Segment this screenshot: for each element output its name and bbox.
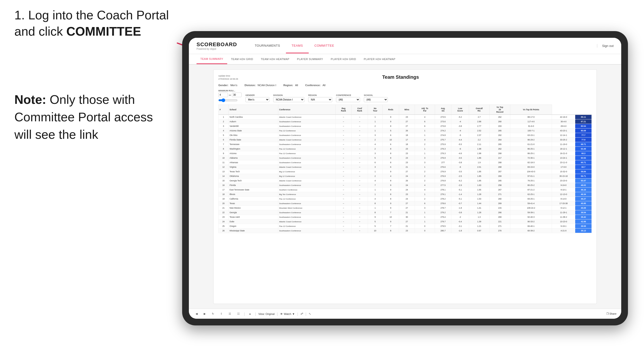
col-wins: Wins — [399, 105, 415, 115]
col-rnds: Rnds — [382, 105, 399, 115]
col-conference: Conference — [278, 105, 335, 115]
table-row: 3 Vanderbilt Southeastern Conference – –… — [218, 124, 592, 129]
tablet-frame: SCOREBOARD Powered by clippd TOURNAMENTS… — [182, 31, 628, 326]
table-row: 22 Georgia Southeastern Conference – – 8… — [218, 210, 592, 215]
subnav-team-h2h-heatmap[interactable]: TEAM H2H HEATMAP — [257, 54, 293, 64]
table-body: 1 North Carolina Atlantic Coast Conferen… — [218, 115, 592, 233]
conference-control: Conference (All) — [336, 94, 360, 102]
table-row: 4 Arizona State Pac-12 Conference – – 1 … — [218, 129, 592, 133]
division-filter: Division: NCAA Division I — [244, 84, 276, 87]
col-adj-par: Adj. ToPar — [415, 105, 435, 115]
update-time: Update time: 27/03/2024 16:56:26 — [218, 74, 238, 80]
min-rou-slider[interactable] — [218, 98, 238, 102]
table-row: 1 North Carolina Atlantic Coast Conferen… — [218, 115, 592, 119]
col-conf-rank: ConfRank — [352, 105, 368, 115]
col-low-score: LowScore — [451, 105, 469, 115]
note-text: Note: Only those with Committee Portal a… — [14, 91, 154, 143]
subnav-player-h2h-heatmap[interactable]: PLAYER H2H HEATMAP — [360, 54, 399, 64]
toolbar-expand[interactable]: ⤡ — [309, 312, 311, 315]
col-overall-rd: OverallRd. — [469, 105, 490, 115]
logo-main: SCOREBOARD — [196, 41, 237, 48]
toolbar-clock[interactable]: ● — [247, 312, 253, 316]
toolbar-forward[interactable]: ▶ — [202, 311, 208, 316]
toolbar-view[interactable]: View: Original — [258, 313, 275, 315]
panel-header: Update time: 27/03/2024 16:56:26 Team St… — [218, 74, 592, 80]
col-school: School — [228, 105, 278, 115]
main-panel: Update time: 27/03/2024 16:56:26 Team St… — [213, 69, 597, 304]
subnav-team-h2h-grid[interactable]: TEAM H2H GRID — [227, 54, 257, 64]
toolbar-bookmark[interactable]: ☵ — [227, 311, 233, 316]
max-rou-input[interactable] — [232, 93, 242, 97]
toolbar-share-button[interactable]: ❐ Share — [606, 312, 616, 315]
table-row: 24 Duke Atlantic Coast Conference – – 5 … — [218, 219, 592, 224]
division-control: Division NCAA Division I — [273, 94, 304, 102]
min-rou-range: – — [218, 93, 242, 97]
table-row: 23 Texas A&M Southeastern Conference – –… — [218, 215, 592, 219]
col-reg-rank: RegRank — [336, 105, 352, 115]
committee-highlight: COMMITTEE — [66, 24, 141, 38]
table-row: 19 California Pac-12 Conference – – 4 8 … — [218, 197, 592, 201]
table-row: 10 Alabama Southeastern Conference – – 5… — [218, 156, 592, 160]
table-row: 14 Oklahoma Big 12 Conference – – 2 4 24… — [218, 174, 592, 178]
col-vs-top25: Vs Top25Record — [490, 105, 510, 115]
col-vs-top50: Vs Top 50 Points — [510, 105, 552, 115]
min-rou-input[interactable] — [218, 93, 228, 97]
content-area: Update time: 27/03/2024 16:56:26 Team St… — [189, 65, 621, 309]
note-label: Note: — [14, 93, 46, 107]
table-row: 21 New Mexico Mountain West Conference –… — [218, 206, 592, 210]
tablet-screen: SCOREBOARD Powered by clippd TOURNAMENTS… — [189, 38, 621, 319]
conference-select[interactable]: (All) — [336, 97, 360, 102]
toolbar-reload[interactable]: ↻ — [210, 311, 216, 316]
table-row: 15 Georgia Tech Atlantic Coast Conferenc… — [218, 178, 592, 183]
gender-filter: Gender: Men's — [218, 84, 237, 87]
nav-links: TOURNAMENTS TEAMS COMMITTEE — [249, 38, 597, 53]
nav-teams[interactable]: TEAMS — [286, 38, 309, 53]
toolbar-tabs[interactable]: ☷ — [235, 311, 242, 316]
table-row: 17 East Tennessee State Southern Confere… — [218, 187, 592, 192]
instruction-area: 1. Log into the Coach Portal and click C… — [14, 7, 182, 39]
region-filter: Region: All — [283, 84, 298, 87]
table-row: 9 Arizona Pac-12 Conference – – 3 8 23 1… — [218, 151, 592, 156]
table-row: 16 Florida Southeastern Conference – – 7… — [218, 183, 592, 187]
bottom-toolbar: ◀ ▶ ↻ ⇧ ☵ ☷ | ● | View: Original | 👁 Wat… — [189, 309, 621, 319]
col-no-tour: NoTour — [368, 105, 382, 115]
toolbar-watch[interactable]: 👁 Watch ▼ — [280, 313, 295, 315]
sign-out-button[interactable]: Sign out — [597, 44, 614, 48]
nav-committee[interactable]: COMMITTEE — [309, 38, 340, 53]
toolbar-share-ios[interactable]: ⇧ — [218, 311, 224, 316]
gender-control: Gender Men's — [246, 94, 270, 102]
gender-select[interactable]: Men's — [246, 97, 270, 102]
table-row: 7 Tennessee Southeastern Conference – – … — [218, 142, 592, 147]
subnav-team-summary[interactable]: TEAM SUMMARY — [196, 54, 227, 64]
table-row: 12 Virginia Atlantic Coast Conference – … — [218, 165, 592, 170]
app-header: SCOREBOARD Powered by clippd TOURNAMENTS… — [189, 38, 621, 54]
col-avg-sg: Avg.SG — [435, 105, 451, 115]
toolbar-clipboard[interactable]: ☍ — [300, 312, 303, 315]
instruction-step: 1. Log into the Coach Portal and click C… — [14, 7, 182, 39]
table-row: 18 Illinois Big Ten Conference – – 1 8 2… — [218, 192, 592, 197]
logo-sub: Powered by clippd — [196, 48, 237, 50]
region-select[interactable]: N/A — [308, 97, 332, 102]
table-row: 11 Arkansas Southeastern Conference – – … — [218, 160, 592, 165]
division-select[interactable]: NCAA Division I — [273, 97, 304, 102]
sub-nav: TEAM SUMMARY TEAM H2H GRID TEAM H2H HEAT… — [189, 54, 621, 65]
table-row: 2 Auburn Southeastern Conference – – 1 9… — [218, 119, 592, 124]
school-control: School (All) — [364, 94, 388, 102]
table-row: 20 Texas Southeastern Conference – – 8 9… — [218, 201, 592, 206]
col-rank: # — [218, 105, 229, 115]
min-rou-control: Minimum Rou... – — [218, 89, 242, 102]
filters-row: Gender: Men's Division: NCAA Division I … — [218, 84, 592, 87]
school-select[interactable]: (All) — [364, 97, 388, 102]
subnav-player-h2h-grid[interactable]: PLAYER H2H GRID — [327, 54, 360, 64]
table-row: 6 Florida State Atlantic Coast Conferenc… — [218, 138, 592, 142]
conference-filter: Conference: All — [305, 84, 325, 87]
region-control: Region N/A — [308, 94, 332, 102]
controls-row: Minimum Rou... – Gender Men's — [218, 89, 592, 102]
table-row: 8 Washington Pac-12 Conference – – 2 8 2… — [218, 147, 592, 151]
table-row: 5 Ole Miss Southeastern Conference – – 3… — [218, 133, 592, 138]
subnav-player-summary[interactable]: PLAYER SUMMARY — [293, 54, 327, 64]
table-row: 26 Mississippi State Southeastern Confer… — [218, 228, 592, 233]
nav-tournaments[interactable]: TOURNAMENTS — [249, 38, 286, 53]
toolbar-back[interactable]: ◀ — [194, 311, 200, 316]
table-row: 13 Texas Tech Big 12 Conference – – 1 9 … — [218, 170, 592, 174]
